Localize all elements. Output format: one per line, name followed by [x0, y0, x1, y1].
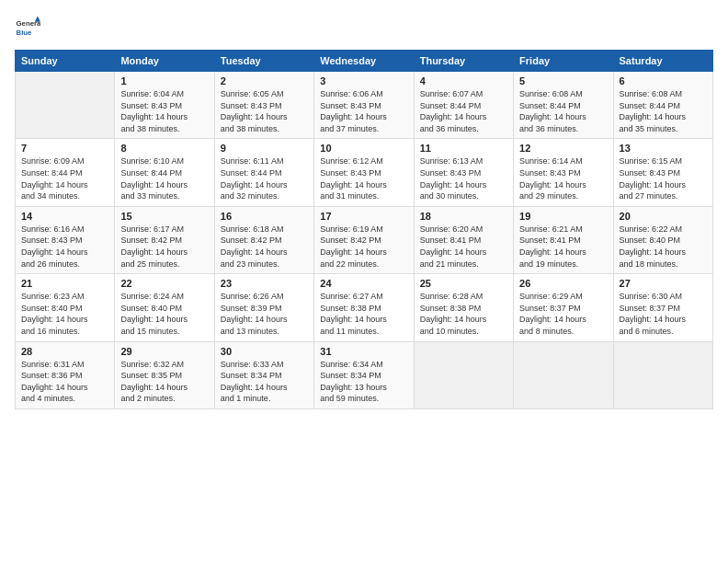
day-info: Sunrise: 6:28 AMSunset: 8:38 PMDaylight:…	[420, 291, 507, 337]
calendar-cell: 10 Sunrise: 6:12 AMSunset: 8:43 PMDaylig…	[314, 139, 414, 206]
calendar-cell: 27 Sunrise: 6:30 AMSunset: 8:37 PMDaylig…	[613, 274, 712, 341]
day-number: 30	[221, 346, 308, 357]
day-number: 12	[519, 143, 607, 154]
day-number: 18	[420, 211, 507, 222]
day-header-sunday: Sunday	[16, 51, 115, 72]
day-info: Sunrise: 6:06 AMSunset: 8:43 PMDaylight:…	[320, 88, 407, 134]
calendar-cell: 25 Sunrise: 6:28 AMSunset: 8:38 PMDaylig…	[414, 274, 513, 341]
day-info: Sunrise: 6:31 AMSunset: 8:36 PMDaylight:…	[21, 359, 108, 405]
day-number: 1	[120, 75, 208, 86]
day-info: Sunrise: 6:11 AMSunset: 8:44 PMDaylight:…	[221, 155, 308, 201]
calendar-cell: 17 Sunrise: 6:19 AMSunset: 8:42 PMDaylig…	[314, 206, 414, 273]
logo: General Blue	[15, 15, 40, 40]
week-row-2: 7 Sunrise: 6:09 AMSunset: 8:44 PMDayligh…	[16, 139, 713, 206]
calendar-cell: 19 Sunrise: 6:21 AMSunset: 8:41 PMDaylig…	[514, 206, 613, 273]
day-info: Sunrise: 6:08 AMSunset: 8:44 PMDaylight:…	[519, 88, 607, 134]
day-header-wednesday: Wednesday	[314, 51, 414, 72]
day-info: Sunrise: 6:05 AMSunset: 8:43 PMDaylight:…	[221, 88, 308, 134]
calendar-cell: 13 Sunrise: 6:15 AMSunset: 8:43 PMDaylig…	[613, 139, 712, 206]
day-info: Sunrise: 6:04 AMSunset: 8:43 PMDaylight:…	[120, 88, 208, 134]
day-info: Sunrise: 6:33 AMSunset: 8:34 PMDaylight:…	[221, 359, 308, 405]
calendar-cell: 28 Sunrise: 6:31 AMSunset: 8:36 PMDaylig…	[16, 341, 115, 408]
calendar-cell: 12 Sunrise: 6:14 AMSunset: 8:43 PMDaylig…	[514, 139, 613, 206]
day-number: 8	[120, 143, 208, 154]
calendar-cell	[613, 341, 712, 408]
day-info: Sunrise: 6:18 AMSunset: 8:42 PMDaylight:…	[221, 224, 308, 270]
day-number: 16	[221, 211, 308, 222]
day-info: Sunrise: 6:29 AMSunset: 8:37 PMDaylight:…	[519, 291, 607, 337]
calendar-cell: 9 Sunrise: 6:11 AMSunset: 8:44 PMDayligh…	[214, 139, 313, 206]
day-number: 9	[221, 143, 308, 154]
calendar-cell: 3 Sunrise: 6:06 AMSunset: 8:43 PMDayligh…	[314, 72, 414, 139]
day-info: Sunrise: 6:26 AMSunset: 8:39 PMDaylight:…	[221, 291, 308, 337]
day-info: Sunrise: 6:07 AMSunset: 8:44 PMDaylight:…	[420, 88, 507, 134]
day-number: 17	[320, 211, 407, 222]
day-number: 10	[320, 143, 407, 154]
calendar-cell: 29 Sunrise: 6:32 AMSunset: 8:35 PMDaylig…	[115, 341, 214, 408]
day-info: Sunrise: 6:15 AMSunset: 8:43 PMDaylight:…	[620, 155, 707, 201]
day-number: 19	[519, 211, 607, 222]
day-info: Sunrise: 6:24 AMSunset: 8:40 PMDaylight:…	[120, 291, 208, 337]
day-header-saturday: Saturday	[613, 51, 712, 72]
week-row-3: 14 Sunrise: 6:16 AMSunset: 8:43 PMDaylig…	[16, 206, 713, 273]
day-number: 4	[420, 75, 507, 86]
week-row-5: 28 Sunrise: 6:31 AMSunset: 8:36 PMDaylig…	[16, 341, 713, 408]
calendar-cell: 22 Sunrise: 6:24 AMSunset: 8:40 PMDaylig…	[115, 274, 214, 341]
svg-text:Blue: Blue	[17, 29, 33, 37]
day-number: 22	[120, 278, 208, 289]
day-number: 25	[420, 278, 507, 289]
day-info: Sunrise: 6:27 AMSunset: 8:38 PMDaylight:…	[320, 291, 407, 337]
day-info: Sunrise: 6:17 AMSunset: 8:42 PMDaylight:…	[120, 224, 208, 270]
calendar-cell: 16 Sunrise: 6:18 AMSunset: 8:42 PMDaylig…	[214, 206, 313, 273]
calendar-cell: 18 Sunrise: 6:20 AMSunset: 8:41 PMDaylig…	[414, 206, 513, 273]
day-number: 26	[519, 278, 607, 289]
day-info: Sunrise: 6:08 AMSunset: 8:44 PMDaylight:…	[620, 88, 707, 134]
calendar-cell	[16, 72, 115, 139]
day-number: 20	[620, 211, 707, 222]
day-info: Sunrise: 6:20 AMSunset: 8:41 PMDaylight:…	[420, 224, 507, 270]
day-number: 15	[120, 211, 208, 222]
logo-icon: General Blue	[15, 15, 40, 40]
day-info: Sunrise: 6:19 AMSunset: 8:42 PMDaylight:…	[320, 224, 407, 270]
calendar-cell: 24 Sunrise: 6:27 AMSunset: 8:38 PMDaylig…	[314, 274, 414, 341]
calendar-cell: 1 Sunrise: 6:04 AMSunset: 8:43 PMDayligh…	[115, 72, 214, 139]
calendar-cell: 7 Sunrise: 6:09 AMSunset: 8:44 PMDayligh…	[16, 139, 115, 206]
calendar-cell: 31 Sunrise: 6:34 AMSunset: 8:34 PMDaylig…	[314, 341, 414, 408]
calendar-cell: 4 Sunrise: 6:07 AMSunset: 8:44 PMDayligh…	[414, 72, 513, 139]
day-header-tuesday: Tuesday	[214, 51, 313, 72]
calendar-cell: 8 Sunrise: 6:10 AMSunset: 8:44 PMDayligh…	[115, 139, 214, 206]
calendar-cell: 26 Sunrise: 6:29 AMSunset: 8:37 PMDaylig…	[514, 274, 613, 341]
day-number: 3	[320, 75, 407, 86]
calendar-cell: 20 Sunrise: 6:22 AMSunset: 8:40 PMDaylig…	[613, 206, 712, 273]
page: General Blue SundayMondayTuesdayWednesda…	[0, 0, 728, 563]
day-info: Sunrise: 6:32 AMSunset: 8:35 PMDaylight:…	[120, 359, 208, 405]
day-number: 5	[519, 75, 607, 86]
day-info: Sunrise: 6:22 AMSunset: 8:40 PMDaylight:…	[620, 224, 707, 270]
day-number: 29	[120, 346, 208, 357]
day-number: 14	[21, 211, 108, 222]
day-number: 2	[221, 75, 308, 86]
header: General Blue	[15, 15, 713, 40]
calendar-table: SundayMondayTuesdayWednesdayThursdayFrid…	[15, 50, 713, 409]
calendar-cell: 2 Sunrise: 6:05 AMSunset: 8:43 PMDayligh…	[214, 72, 313, 139]
day-number: 23	[221, 278, 308, 289]
day-info: Sunrise: 6:30 AMSunset: 8:37 PMDaylight:…	[620, 291, 707, 337]
day-info: Sunrise: 6:14 AMSunset: 8:43 PMDaylight:…	[519, 155, 607, 201]
day-header-friday: Friday	[514, 51, 613, 72]
calendar-cell	[514, 341, 613, 408]
day-number: 13	[620, 143, 707, 154]
day-number: 21	[21, 278, 108, 289]
calendar-cell: 15 Sunrise: 6:17 AMSunset: 8:42 PMDaylig…	[115, 206, 214, 273]
day-number: 24	[320, 278, 407, 289]
day-number: 31	[320, 346, 407, 357]
day-info: Sunrise: 6:10 AMSunset: 8:44 PMDaylight:…	[120, 155, 208, 201]
calendar-cell: 6 Sunrise: 6:08 AMSunset: 8:44 PMDayligh…	[613, 72, 712, 139]
calendar-cell: 30 Sunrise: 6:33 AMSunset: 8:34 PMDaylig…	[214, 341, 313, 408]
week-row-4: 21 Sunrise: 6:23 AMSunset: 8:40 PMDaylig…	[16, 274, 713, 341]
calendar-cell: 14 Sunrise: 6:16 AMSunset: 8:43 PMDaylig…	[16, 206, 115, 273]
day-number: 28	[21, 346, 108, 357]
day-header-monday: Monday	[115, 51, 214, 72]
day-info: Sunrise: 6:34 AMSunset: 8:34 PMDaylight:…	[320, 359, 407, 405]
calendar-cell: 5 Sunrise: 6:08 AMSunset: 8:44 PMDayligh…	[514, 72, 613, 139]
day-info: Sunrise: 6:13 AMSunset: 8:43 PMDaylight:…	[420, 155, 507, 201]
